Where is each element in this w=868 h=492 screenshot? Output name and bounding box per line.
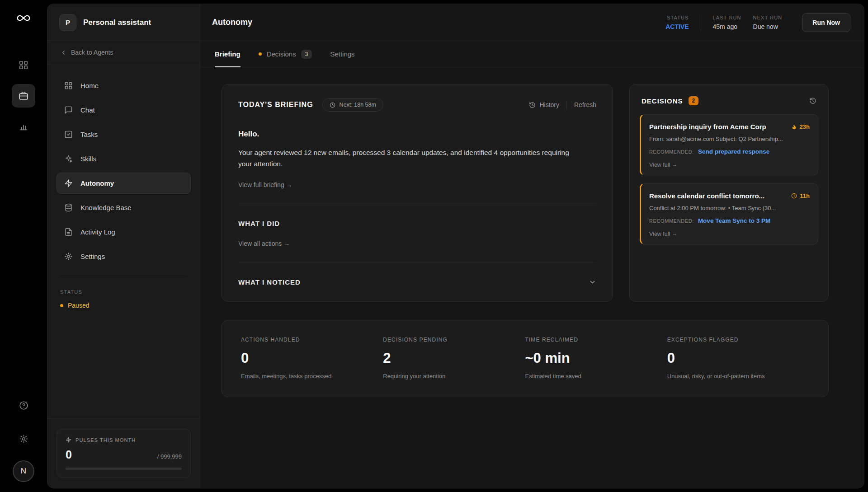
decisions-card: DECISIONS 2 Partnership inquiry from Acm… [629, 84, 829, 302]
recommended-label: RECOMMENDED: [649, 149, 694, 155]
gear-icon [19, 434, 28, 444]
app-rail: N [0, 0, 47, 492]
sidebar-item-label: Knowledge Base [80, 204, 132, 211]
agent-avatar: P [59, 14, 76, 31]
view-full-briefing-link[interactable]: View full briefing → [238, 181, 596, 188]
what-i-did-title: WHAT I DID [238, 220, 280, 227]
recommended-action-link[interactable]: Move Team Sync to 3 PM [698, 217, 770, 224]
status-meta-value: ACTIVE [665, 23, 689, 30]
last-run-meta: LAST RUN 45m ago [713, 15, 741, 30]
status-section-label: STATUS [60, 289, 187, 295]
pulses-progress-bar [66, 468, 182, 470]
pulse-bolt-icon [66, 437, 71, 443]
main-area: Autonomy STATUS ACTIVE LAST RUN 45m ago … [200, 4, 864, 488]
view-full-decision-link[interactable]: View full → [649, 162, 810, 168]
sidebar-item-activity-log[interactable]: Activity Log [57, 221, 191, 243]
sidebar-item-settings[interactable]: Settings [57, 246, 191, 267]
agent-avatar-initial: P [66, 19, 70, 26]
sidebar-item-label: Skills [80, 155, 96, 163]
sidebar-item-knowledge-base[interactable]: Knowledge Base [57, 197, 191, 218]
rail-help-button[interactable] [12, 394, 35, 417]
stat-label: DECISIONS PENDING [383, 337, 525, 343]
tab-settings[interactable]: Settings [330, 41, 354, 67]
pending-dot-icon [259, 52, 262, 56]
briefing-actions: History Refresh [529, 101, 596, 109]
briefing-title: TODAY'S BRIEFING [238, 101, 313, 109]
decision-item[interactable]: Resolve calendar conflict tomorro... 11h… [640, 183, 818, 244]
tab-decisions[interactable]: Decisions 3 [259, 41, 312, 67]
next-run-value: Due now [753, 23, 783, 30]
view-full-decision-link[interactable]: View full → [649, 231, 810, 237]
stat-exceptions-flagged: EXCEPTIONS FLAGGED 0 Unusual, risky, or … [667, 337, 809, 380]
decision-item[interactable]: Partnership inquiry from Acme Corp 23h F… [640, 114, 818, 175]
briefing-header: TODAY'S BRIEFING Next: 18h 58m [238, 98, 596, 112]
agent-header: P Personal assistant [47, 4, 200, 41]
tab-decisions-label: Decisions [267, 50, 296, 58]
history-label: History [539, 101, 559, 108]
pulses-used: 0 [66, 448, 72, 461]
refresh-button[interactable]: Refresh [574, 101, 596, 108]
tab-briefing-label: Briefing [215, 50, 241, 58]
user-avatar[interactable]: N [13, 460, 34, 482]
what-i-noticed-section: WHAT I NOTICED [238, 278, 596, 286]
database-icon [64, 203, 73, 212]
back-to-agents-link[interactable]: Back to Agents [47, 41, 200, 65]
dashboard-grid-icon [19, 60, 28, 70]
sidebar-item-tasks[interactable]: Tasks [57, 124, 191, 145]
meta-divider [701, 14, 701, 31]
tab-bar: Briefing Decisions 3 Settings [200, 41, 864, 67]
rail-agents-button[interactable] [12, 84, 35, 108]
autonomy-bolt-icon [64, 179, 73, 187]
status-meta-label: STATUS [667, 15, 689, 20]
sidebar-item-label: Settings [80, 253, 105, 260]
sidebar-item-autonomy[interactable]: Autonomy [57, 173, 191, 194]
agent-title: Personal assistant [83, 18, 151, 27]
pulses-numbers: 0 / 999,999 [66, 448, 182, 461]
stat-time-reclaimed: TIME RECLAIMED ~0 min Estimated time sav… [525, 337, 667, 380]
rail-nav [12, 53, 35, 138]
decisions-history-button[interactable] [809, 97, 816, 104]
refresh-label: Refresh [574, 101, 596, 108]
rail-settings-button[interactable] [12, 427, 35, 450]
stat-caption: Emails, meetings, tasks processed [241, 373, 383, 380]
stat-value: 0 [667, 350, 809, 366]
sidebar-item-label: Home [80, 82, 99, 89]
briefing-greeting: Hello. [238, 130, 596, 139]
skills-sparkle-icon [64, 155, 73, 163]
pulses-card: PULSES THIS MONTH 0 / 999,999 [57, 429, 191, 478]
sidebar-item-label: Tasks [80, 131, 98, 138]
decisions-header: DECISIONS 2 [640, 96, 818, 114]
what-i-did-section: WHAT I DID [238, 220, 596, 227]
decision-detail: Conflict at 2:00 PM tomorrow: • Team Syn… [649, 205, 810, 211]
page-title: Autonomy [212, 18, 252, 27]
recommended-label: RECOMMENDED: [649, 218, 694, 224]
stat-value: ~0 min [525, 350, 667, 366]
section-divider [238, 204, 596, 204]
decision-title: Partnership inquiry from Acme Corp [649, 123, 787, 131]
briefcase-icon [19, 91, 28, 101]
decision-item-header: Partnership inquiry from Acme Corp 23h [649, 123, 810, 131]
status-row: Paused [60, 302, 187, 309]
sidebar-item-skills[interactable]: Skills [57, 148, 191, 169]
history-button[interactable]: History [529, 101, 559, 108]
chevron-down-icon[interactable] [589, 278, 596, 286]
sidebar-item-home[interactable]: Home [57, 75, 191, 96]
what-i-noticed-title: WHAT I NOTICED [238, 278, 301, 286]
view-all-actions-link[interactable]: View all actions → [238, 240, 596, 247]
sidebar-footer: PULSES THIS MONTH 0 / 999,999 [47, 418, 200, 488]
activity-log-icon [64, 228, 73, 236]
agent-status-section: STATUS Paused [60, 278, 187, 309]
rail-analytics-button[interactable] [12, 115, 35, 138]
chat-icon [64, 106, 73, 114]
sidebar-item-label: Chat [80, 106, 95, 114]
sidebar-item-label: Activity Log [80, 228, 115, 236]
recommended-action-link[interactable]: Send prepared response [698, 148, 769, 155]
app-panel: P Personal assistant Back to Agents Home [47, 4, 864, 488]
decision-deadline-label: 23h [800, 123, 810, 130]
gear-icon [64, 252, 73, 261]
run-now-button[interactable]: Run Now [802, 13, 850, 32]
sidebar-item-chat[interactable]: Chat [57, 99, 191, 121]
next-run-meta: NEXT RUN Due now [753, 15, 783, 30]
rail-dashboard-button[interactable] [12, 53, 35, 77]
tab-briefing[interactable]: Briefing [215, 41, 241, 67]
